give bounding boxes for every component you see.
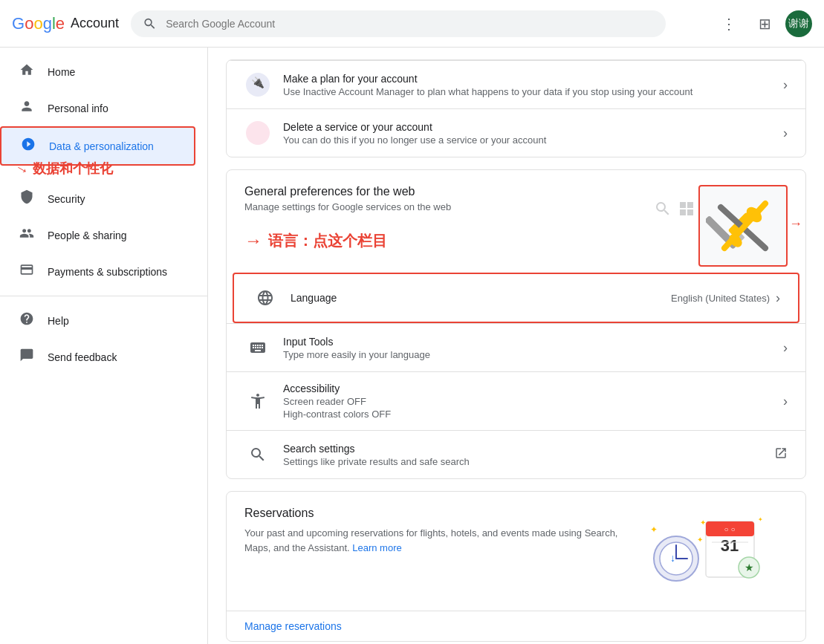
inactive-account-chevron: › xyxy=(783,77,788,93)
avatar[interactable]: 谢谢 xyxy=(785,10,812,37)
search-bar[interactable] xyxy=(131,10,666,37)
reservations-content: Reservations Your past and upcoming rese… xyxy=(227,492,805,611)
reservations-desc: Your past and upcoming reservations for … xyxy=(244,526,639,555)
accessibility-icon xyxy=(244,388,271,414)
sidebar-item-help[interactable]: Help xyxy=(0,302,195,339)
sidebar: Home Personal info Data & personalizatio… xyxy=(0,48,208,644)
language-chevron: › xyxy=(776,290,780,306)
language-content: Language xyxy=(291,292,671,304)
google-account-logo[interactable]: Google Account xyxy=(12,14,119,33)
sidebar-item-home-label: Home xyxy=(48,66,75,78)
google-wordmark: Google xyxy=(12,14,65,33)
input-tools-title: Input Tools xyxy=(283,336,783,348)
language-annotation-text: 语言：点这个栏目 xyxy=(268,231,387,251)
language-value: English (United States) xyxy=(671,293,770,304)
sidebar-item-help-label: Help xyxy=(48,315,69,327)
search-input[interactable] xyxy=(166,18,654,30)
input-tools-desc: Type more easily in your language xyxy=(283,349,783,360)
grid-icon-deco xyxy=(678,200,695,218)
settings-annotation-text: 设置 xyxy=(805,215,806,232)
sidebar-item-security[interactable]: Security xyxy=(0,180,195,217)
sidebar-item-payments-label: Payments & subscriptions xyxy=(48,266,167,278)
inactive-account-desc: Use Inactive Account Manager to plan wha… xyxy=(283,86,783,97)
sidebar-item-home[interactable]: Home xyxy=(0,53,195,90)
svg-text:✦: ✦ xyxy=(697,536,703,544)
home-icon xyxy=(18,62,36,81)
search-settings-title: Search settings xyxy=(283,443,774,455)
prefs-desc: Manage settings for Google services on t… xyxy=(244,201,687,212)
input-tools-item[interactable]: Input Tools Type more easily in your lan… xyxy=(227,323,805,371)
inactive-account-content: Make a plan for your account Use Inactiv… xyxy=(283,73,783,97)
language-annotation: → 语言：点这个栏目 xyxy=(244,230,687,251)
sidebar-item-payments[interactable]: Payments & subscriptions xyxy=(0,253,195,290)
svg-text:★: ★ xyxy=(744,562,754,573)
reservations-title: Reservations xyxy=(244,507,639,520)
accessibility-title: Accessibility xyxy=(283,383,783,394)
feedback-icon xyxy=(18,348,36,366)
help-icon xyxy=(18,311,36,330)
svg-text:↓: ↓ xyxy=(670,552,675,564)
sidebar-item-personal-info[interactable]: Personal info xyxy=(0,90,195,126)
reservations-svg: ↓ ✦ ✦ ○ ○ 31 ★ xyxy=(646,507,780,596)
payment-icon xyxy=(18,262,36,281)
header-actions: ⋮ ⊞ 谢谢 xyxy=(714,9,812,39)
inactive-account-title: Make a plan for your account xyxy=(283,73,783,85)
svg-text:✦: ✦ xyxy=(700,518,706,527)
inactive-account-item[interactable]: 🔌 Make a plan for your account Use Inact… xyxy=(227,60,805,108)
tools-illustration-container: → 设置 xyxy=(698,185,788,267)
prefs-header-text: General preferences for the web Manage s… xyxy=(244,185,687,251)
prefs-title: General preferences for the web xyxy=(244,185,687,198)
search-icon xyxy=(143,16,157,31)
delete-account-chevron: › xyxy=(783,126,788,141)
manage-reservations-link[interactable]: Manage reservations xyxy=(227,611,805,641)
svg-point-2 xyxy=(246,121,270,145)
accessibility-item[interactable]: Accessibility Screen reader OFF High-con… xyxy=(227,371,805,430)
people-icon xyxy=(18,226,36,244)
delete-account-desc: You can do this if you no longer use a s… xyxy=(283,134,783,146)
language-icon xyxy=(252,284,279,311)
svg-text:✦: ✦ xyxy=(650,524,658,535)
apps-button[interactable]: ⊞ xyxy=(750,9,779,39)
learn-more-link[interactable]: Learn more xyxy=(352,542,401,553)
reservations-illustration: ↓ ✦ ✦ ○ ○ 31 ★ xyxy=(639,507,788,596)
sidebar-item-people-sharing[interactable]: People & sharing xyxy=(0,217,195,253)
accessibility-content: Accessibility Screen reader OFF High-con… xyxy=(283,383,783,420)
reservations-desc-text: Your past and upcoming reservations for … xyxy=(244,527,617,553)
data-personalization-icon xyxy=(19,137,37,155)
tools-svg xyxy=(706,192,780,259)
main-layout: Home Personal info Data & personalizatio… xyxy=(0,48,824,644)
sidebar-item-people-sharing-label: People & sharing xyxy=(48,230,127,241)
delete-account-item[interactable]: 🗑️ Delete a service or your account You … xyxy=(227,108,805,157)
sidebar-item-security-label: Security xyxy=(48,193,85,205)
more-options-button[interactable]: ⋮ xyxy=(714,9,744,39)
inactive-account-icon: 🔌 xyxy=(244,71,271,98)
reservations-card: Reservations Your past and upcoming rese… xyxy=(226,491,806,642)
search-icons-row xyxy=(654,200,695,218)
sidebar-item-data-personalization-label: Data & personalization xyxy=(49,140,154,152)
settings-annotation: → 设置 xyxy=(789,215,806,232)
search-settings-desc: Settings like private results and safe s… xyxy=(283,456,774,467)
annotation-text-data-personalization: 数据和个性化 xyxy=(33,160,113,178)
search-icon-deco xyxy=(654,200,672,218)
svg-text:✦: ✦ xyxy=(758,516,763,523)
input-tools-icon xyxy=(244,334,271,361)
annotation-data-personalization: → 数据和个性化 xyxy=(15,160,207,178)
delete-account-icon: 🗑️ xyxy=(244,120,271,146)
input-tools-content: Input Tools Type more easily in your lan… xyxy=(283,336,783,360)
account-management-card: 🔌 Make a plan for your account Use Inact… xyxy=(226,59,806,157)
search-settings-external-icon xyxy=(774,446,788,464)
person-icon xyxy=(18,99,36,117)
accessibility-desc-line1: Screen reader OFF xyxy=(283,396,783,407)
input-tools-chevron: › xyxy=(783,340,788,356)
language-item[interactable]: Language English (United States) › xyxy=(233,273,799,323)
general-prefs-card: General preferences for the web Manage s… xyxy=(226,169,806,479)
search-settings-item[interactable]: Search settings Settings like private re… xyxy=(227,430,805,478)
reservations-text: Reservations Your past and upcoming rese… xyxy=(244,507,639,555)
svg-text:○ ○: ○ ○ xyxy=(724,525,736,533)
search-settings-icon xyxy=(244,441,271,468)
tools-illustration xyxy=(698,185,788,267)
sidebar-item-send-feedback[interactable]: Send feedback xyxy=(0,339,195,375)
delete-account-title: Delete a service or your account xyxy=(283,121,783,133)
accessibility-desc-line2: High-contrast colors OFF xyxy=(283,409,783,420)
delete-account-content: Delete a service or your account You can… xyxy=(283,121,783,146)
